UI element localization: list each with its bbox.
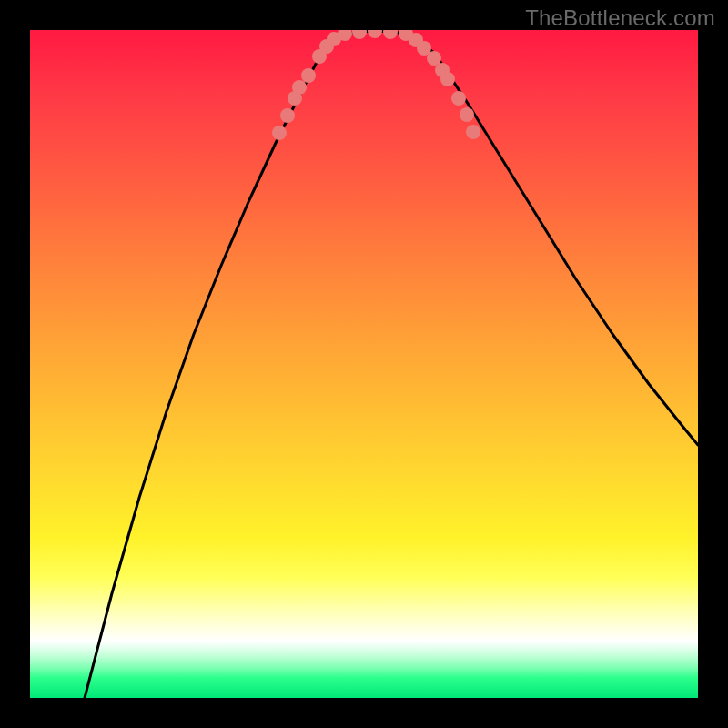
data-point bbox=[466, 125, 480, 139]
watermark-text: TheBottleneck.com bbox=[525, 5, 715, 31]
plot-area bbox=[30, 30, 698, 698]
data-point bbox=[427, 51, 441, 66]
data-point bbox=[460, 107, 474, 122]
data-point bbox=[451, 91, 466, 106]
curve-svg bbox=[30, 30, 698, 698]
data-point bbox=[440, 72, 455, 86]
curve-left-branch bbox=[85, 35, 339, 698]
data-point bbox=[292, 80, 307, 95]
data-point bbox=[352, 30, 367, 39]
chart-frame: TheBottleneck.com bbox=[0, 0, 728, 728]
data-point bbox=[301, 68, 316, 83]
data-point bbox=[272, 126, 287, 140]
data-point bbox=[383, 30, 398, 39]
data-point bbox=[368, 30, 382, 38]
data-point bbox=[280, 108, 295, 123]
